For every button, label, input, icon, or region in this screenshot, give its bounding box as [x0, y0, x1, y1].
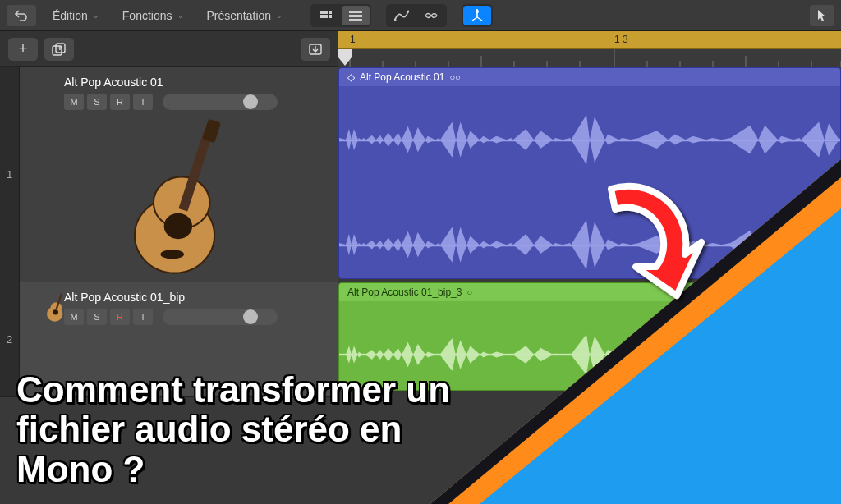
track-name-2: Alt Pop Acoustic 01_bip: [64, 291, 330, 304]
tool-group-1: [386, 4, 447, 27]
list-view-button[interactable]: [342, 6, 370, 25]
chevron-down-icon: ⌄: [177, 11, 184, 20]
duplicate-track-button[interactable]: [44, 38, 74, 61]
region-name-stereo: Alt Pop Acoustic 01: [360, 71, 444, 83]
ruler[interactable]: 1 1 3 2: [338, 31, 841, 67]
playhead-marker[interactable]: [338, 49, 352, 67]
flex-icon: [424, 10, 439, 21]
ruler-ticks-svg: [338, 49, 841, 67]
record-enable-button[interactable]: R: [110, 94, 130, 110]
automation-curve-button[interactable]: [388, 6, 416, 25]
playhead-icon: [470, 9, 485, 22]
track-number-1: 1: [0, 67, 20, 282]
stereo-indicator-icon: ○○: [449, 72, 460, 82]
duplicate-icon: [52, 43, 67, 56]
svg-point-20: [164, 213, 192, 239]
menu-edition[interactable]: Édition⌄: [43, 6, 113, 25]
region-name-mono: Alt Pop Acoustic 01_bip_3: [347, 286, 462, 298]
volume-slider-2[interactable]: [163, 309, 278, 325]
thumbnail-title-text: Comment transformer un fichier audio sté…: [16, 370, 450, 489]
view-mode-group: [310, 4, 371, 27]
svg-point-26: [53, 309, 58, 314]
download-icon: [308, 43, 323, 56]
region-expand-icon: ◇: [347, 71, 355, 83]
solo-button[interactable]: S: [87, 94, 107, 110]
ruler-mark: 1: [350, 34, 356, 45]
svg-rect-7: [349, 15, 362, 17]
undo-button[interactable]: [7, 5, 36, 26]
mute-button[interactable]: M: [64, 94, 84, 110]
add-track-button[interactable]: +: [8, 38, 38, 61]
svg-point-12: [476, 10, 479, 13]
svg-rect-1: [324, 11, 328, 14]
svg-rect-6: [349, 11, 362, 13]
svg-point-23: [160, 250, 184, 259]
undo-icon: [15, 10, 28, 21]
tool-group-2: [462, 4, 493, 27]
track-name-1: Alt Pop Acoustic 01: [64, 76, 330, 89]
mono-indicator-icon: ○: [466, 287, 472, 297]
guitar-icon-small: [44, 291, 69, 323]
catch-playhead-button[interactable]: [463, 6, 491, 25]
guitar-icon: [118, 118, 250, 282]
menu-edition-label: Édition: [53, 9, 88, 22]
curve-icon: [394, 10, 409, 21]
flex-button[interactable]: [417, 6, 445, 25]
pointer-tool-button[interactable]: [810, 5, 834, 26]
svg-rect-4: [324, 15, 328, 18]
svg-rect-8: [349, 19, 362, 21]
input-monitor-button[interactable]: I: [133, 309, 153, 325]
pointer-icon: [817, 9, 827, 22]
volume-slider-1[interactable]: [163, 94, 278, 110]
track-row-1[interactable]: 1 Alt Pop Acoustic 01 M S R I: [0, 67, 338, 282]
slider-thumb[interactable]: [243, 309, 258, 324]
chevron-down-icon: ⌄: [276, 11, 283, 20]
ruler-cycle-area[interactable]: 1 1 3 2: [338, 31, 841, 49]
arrow-graphic: [578, 164, 742, 312]
ruler-mark: 1 3: [614, 34, 628, 45]
chevron-down-icon: ⌄: [93, 11, 99, 20]
track-controls-2: M S R I: [64, 309, 330, 325]
menu-presentation[interactable]: Présentation⌄: [197, 6, 296, 25]
menu-fonctions[interactable]: Fonctions⌄: [113, 6, 197, 25]
svg-rect-2: [329, 11, 332, 14]
svg-rect-5: [329, 15, 332, 18]
menu-presentation-label: Présentation: [207, 9, 272, 22]
svg-rect-3: [320, 15, 324, 18]
menu-group: Édition⌄ Fonctions⌄ Présentation⌄: [43, 6, 296, 25]
main-toolbar: Édition⌄ Fonctions⌄ Présentation⌄: [0, 0, 841, 31]
track-header-1: Alt Pop Acoustic 01 M S R I: [20, 67, 338, 282]
track-panel-header: +: [0, 31, 338, 67]
svg-rect-0: [320, 11, 324, 14]
list-icon: [349, 10, 362, 21]
svg-rect-44: [339, 140, 840, 141]
record-enable-button[interactable]: R: [110, 309, 130, 325]
region-header-stereo: ◇ Alt Pop Acoustic 01 ○○: [339, 68, 840, 86]
grid-icon: [319, 10, 333, 21]
menu-fonctions-label: Fonctions: [122, 9, 172, 22]
solo-button[interactable]: S: [87, 309, 107, 325]
import-button[interactable]: [301, 38, 330, 61]
ruler-ticks[interactable]: [338, 49, 841, 67]
slider-thumb[interactable]: [243, 94, 258, 109]
input-monitor-button[interactable]: I: [133, 94, 153, 110]
track-controls-1: M S R I: [64, 94, 330, 110]
svg-rect-22: [202, 119, 221, 143]
grid-view-button[interactable]: [312, 6, 340, 25]
